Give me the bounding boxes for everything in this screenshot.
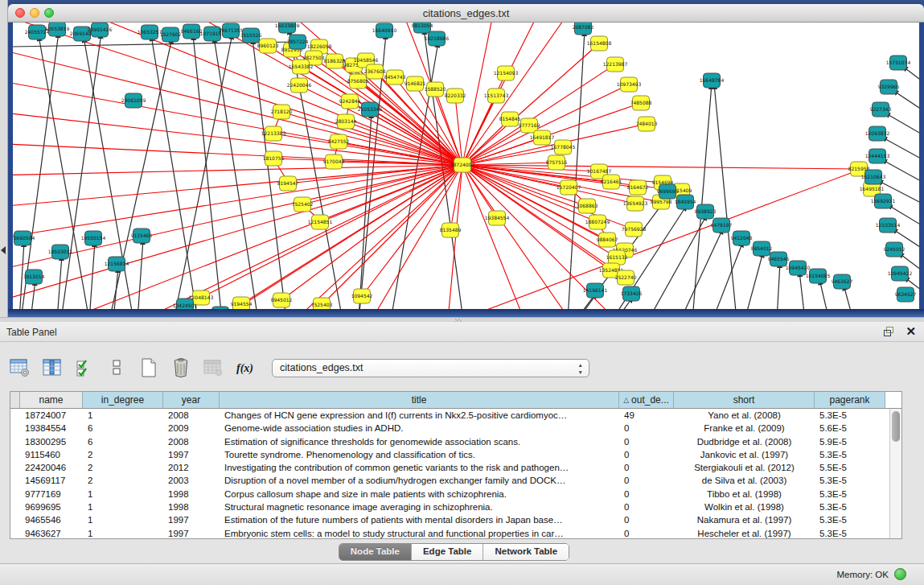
cell-out_degree[interactable]: 49 <box>619 409 674 422</box>
graph-node[interactable]: 1810755 <box>263 151 285 166</box>
cell-year[interactable]: 2003 <box>163 474 220 487</box>
table-row[interactable]: 911546021997Tourette syndrome. Phenomeno… <box>10 448 901 461</box>
graph-node[interactable]: 22420046 <box>287 78 312 93</box>
graph-edge[interactable] <box>89 241 95 309</box>
graph-node[interactable]: 16154085 <box>806 269 831 283</box>
cell-in_degree[interactable]: 1 <box>83 501 163 513</box>
graph-node[interactable]: 7485088 <box>630 96 652 110</box>
cell-year[interactable]: 1997 <box>163 513 220 526</box>
graph-node[interactable]: 16640910 <box>372 23 397 38</box>
graph-edge[interactable] <box>253 39 286 309</box>
graph-node[interactable]: 1588520 <box>425 82 446 97</box>
cell-in_degree[interactable]: 1 <box>83 488 163 501</box>
control-panel-edge[interactable] <box>0 0 8 317</box>
graph-node[interactable]: 1527602 <box>160 27 182 42</box>
graph-node[interactable]: 9245012 <box>884 242 906 257</box>
graph-node[interactable]: 2087082 <box>573 23 594 35</box>
graph-node[interactable]: 1840954 <box>675 195 696 209</box>
table-selector-dropdown[interactable]: citations_edges.txt ▲▼ <box>272 359 589 377</box>
graph-edge[interactable] <box>45 165 462 309</box>
table-row[interactable]: 946362711997Embryonic stem cells: a mode… <box>10 527 901 539</box>
graph-edge[interactable] <box>777 262 780 309</box>
graph-node[interactable]: 9115460 <box>131 229 153 243</box>
select-visible-columns-icon[interactable] <box>72 356 97 380</box>
graph-node[interactable]: 9884067 <box>597 233 618 247</box>
cell-pagerank[interactable]: 5.6E-5 <box>815 422 885 435</box>
graph-node[interactable]: 18503011 <box>48 245 73 259</box>
column-header-in_degree[interactable]: in_degree <box>83 392 163 408</box>
table-row[interactable]: 1938455462009Genome-wide association stu… <box>10 422 901 435</box>
graph-node[interactable]: 7484013 <box>636 117 658 131</box>
table-row[interactable]: 969969511998Structural magnetic resonanc… <box>10 501 901 513</box>
cell-out_degree[interactable]: 0 <box>619 474 674 487</box>
cell-year[interactable]: 1998 <box>163 488 220 501</box>
graph-node[interactable]: 9227343 <box>870 102 892 117</box>
graph-node[interactable]: 8194547 <box>277 176 299 191</box>
graph-node[interactable]: 1615132 <box>606 250 628 265</box>
cell-out_degree[interactable]: 0 <box>619 527 674 539</box>
graph-node[interactable]: 18807249 <box>585 215 610 229</box>
graph-node[interactable]: 23901426 <box>88 23 113 37</box>
graph-edge[interactable] <box>302 165 462 204</box>
cell-pagerank[interactable]: 5.3E-5 <box>815 527 885 539</box>
graph-edge[interactable] <box>193 35 222 309</box>
graph-node[interactable]: 16491817 <box>530 130 555 145</box>
graph-edge[interactable] <box>648 215 707 309</box>
graph-node[interactable]: 16154808 <box>587 36 612 51</box>
cell-in_degree[interactable]: 1 <box>83 527 163 539</box>
cell-short[interactable]: Nakamura et al. (1997) <box>674 513 815 526</box>
graph-node[interactable]: 12093832 <box>865 126 890 141</box>
graph-node[interactable]: 9463627 <box>832 274 853 289</box>
graph-node[interactable]: 19384554 <box>485 211 510 225</box>
column-header-title[interactable]: title <box>220 392 619 408</box>
column-header-year[interactable]: year <box>163 392 220 408</box>
table-row[interactable]: 2242004622012Investigating the contribut… <box>10 461 901 474</box>
graph-node[interactable]: 2522740 <box>615 270 637 285</box>
create-table-icon[interactable] <box>137 356 161 380</box>
network-window-titlebar[interactable]: citations_edges.txt <box>8 4 924 23</box>
graph-edge[interactable] <box>692 84 712 309</box>
graph-edge[interactable] <box>462 165 497 218</box>
cell-short[interactable]: Yano et al. (2008) <box>674 409 815 422</box>
graph-node[interactable]: 16033809 <box>275 23 300 33</box>
column-header-pagerank[interactable]: pagerank <box>815 392 885 408</box>
close-panel-icon[interactable]: ✕ <box>906 325 916 337</box>
cell-in_degree[interactable]: 1 <box>83 409 163 422</box>
graph-edge[interactable] <box>462 165 528 309</box>
cell-out_degree[interactable]: 0 <box>619 501 674 513</box>
cell-out_degree[interactable]: 0 <box>619 513 674 526</box>
graph-edge[interactable] <box>893 90 919 126</box>
scrollbar-thumb[interactable] <box>892 411 900 442</box>
graph-edge[interactable] <box>881 159 919 195</box>
graph-node[interactable]: 1094542 <box>351 289 373 303</box>
graph-node[interactable]: 2367608 <box>364 64 386 79</box>
cell-pagerank[interactable]: 5.3E-5 <box>815 409 885 422</box>
graph-node[interactable]: 12154093 <box>494 66 519 80</box>
cell-short[interactable]: Stergiakouli et al. (2012) <box>674 461 815 474</box>
table-row[interactable]: 946554611997Estimation of the future num… <box>10 513 901 526</box>
cell-title[interactable]: Estimation of the future numbers of pati… <box>220 513 619 526</box>
graph-node[interactable]: 9329966 <box>878 80 900 94</box>
graph-node[interactable]: 1068863 <box>577 199 598 213</box>
table-row[interactable]: 1456911722003Disruption of a novel membe… <box>10 474 901 487</box>
cell-out_degree[interactable]: 0 <box>619 422 674 435</box>
tab-node-table[interactable]: Node Table <box>339 544 412 560</box>
cell-short[interactable]: Tibbo et al. (1998) <box>674 488 815 501</box>
cell-name[interactable]: 22420046 <box>20 461 83 474</box>
graph-edge[interactable] <box>462 165 859 169</box>
function-builder-icon[interactable]: f(x) <box>233 356 257 380</box>
graph-node[interactable]: 9412048 <box>731 231 753 245</box>
cell-out_degree[interactable]: 0 <box>619 461 674 474</box>
cell-short[interactable]: Jankovic et al. (1997) <box>674 448 815 461</box>
graph-node[interactable]: 8466160 <box>181 24 203 39</box>
tab-network-table[interactable]: Network Table <box>483 544 569 560</box>
cell-out_degree[interactable]: 0 <box>619 488 674 501</box>
cell-short[interactable]: Hescheler et al. (1997) <box>674 527 815 539</box>
graph-edge[interactable] <box>21 32 59 309</box>
graph-node[interactable]: 2803144 <box>335 114 357 129</box>
network-canvas[interactable]: 1872400789601238912955182260589827503165… <box>13 23 919 309</box>
graph-node[interactable]: 15751074 <box>886 56 911 70</box>
graph-node[interactable]: 2718120 <box>271 105 293 119</box>
cell-in_degree[interactable]: 1 <box>83 513 163 526</box>
cell-out_degree[interactable]: 0 <box>619 448 674 461</box>
